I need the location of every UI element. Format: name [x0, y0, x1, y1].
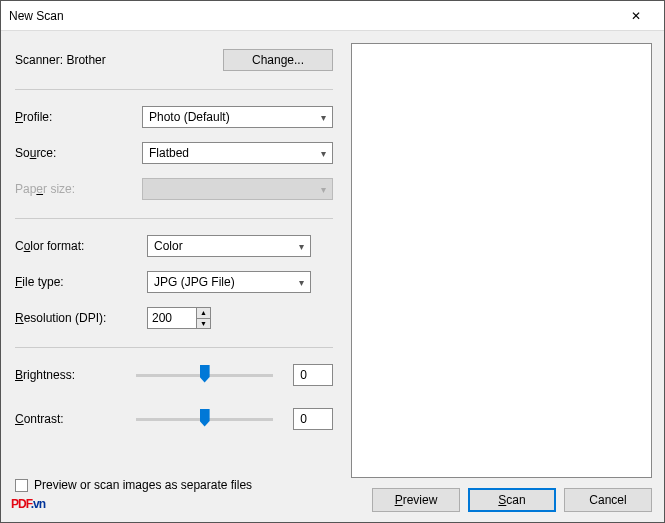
separator	[15, 89, 333, 90]
spinner-up-icon[interactable]: ▲	[197, 308, 210, 319]
contrast-slider[interactable]	[136, 418, 273, 421]
contrast-value[interactable]: 0	[293, 408, 333, 430]
brightness-row: Brightness: 0	[15, 364, 333, 386]
separator	[15, 347, 333, 348]
colorformat-label: Color format:	[15, 239, 147, 253]
scanner-label: Scanner: Brother	[15, 53, 106, 67]
preview-area	[351, 43, 652, 478]
separate-files-label: Preview or scan images as separate files	[34, 478, 252, 492]
preview-button[interactable]: Preview	[372, 488, 460, 512]
footer-buttons: Preview Scan Cancel	[351, 488, 652, 512]
profile-label: Profile:	[15, 110, 142, 124]
slider-thumb-icon[interactable]	[200, 365, 210, 383]
brightness-slider[interactable]	[136, 374, 273, 377]
slider-thumb-icon[interactable]	[200, 409, 210, 427]
profile-row: Profile: Photo (Default)	[15, 106, 333, 128]
window-title: New Scan	[9, 9, 616, 23]
profile-value: Photo (Default)	[149, 110, 230, 124]
spinner-arrows: ▲ ▼	[197, 307, 211, 329]
contrast-row: Contrast: 0	[15, 408, 333, 430]
separate-files-row: Preview or scan images as separate files	[15, 478, 333, 492]
colorformat-value: Color	[154, 239, 183, 253]
preview-panel: Preview Scan Cancel	[345, 31, 664, 522]
profile-dropdown[interactable]: Photo (Default)	[142, 106, 333, 128]
filetype-label: File type:	[15, 275, 147, 289]
resolution-spinner[interactable]: ▲ ▼	[147, 307, 211, 329]
source-dropdown[interactable]: Flatbed	[142, 142, 333, 164]
content-area: Scanner: Brother Change... Profile: Phot…	[1, 31, 664, 522]
source-label: Source:	[15, 146, 142, 160]
source-row: Source: Flatbed	[15, 142, 333, 164]
brightness-label: Brightness:	[15, 368, 136, 382]
contrast-label: Contrast:	[15, 412, 136, 426]
papersize-label: Paper size:	[15, 182, 142, 196]
filetype-dropdown[interactable]: JPG (JPG File)	[147, 271, 311, 293]
papersize-row: Paper size:	[15, 178, 333, 200]
watermark: PDF.vn	[11, 486, 45, 514]
settings-panel: Scanner: Brother Change... Profile: Phot…	[1, 31, 345, 522]
close-button[interactable]: ✕	[616, 2, 656, 30]
change-scanner-button[interactable]: Change...	[223, 49, 333, 71]
cancel-button[interactable]: Cancel	[564, 488, 652, 512]
source-value: Flatbed	[149, 146, 189, 160]
colorformat-row: Color format: Color	[15, 235, 333, 257]
colorformat-dropdown[interactable]: Color	[147, 235, 311, 257]
filetype-row: File type: JPG (JPG File)	[15, 271, 333, 293]
resolution-label: Resolution (DPI):	[15, 311, 147, 325]
watermark-red: PDF	[11, 497, 31, 511]
papersize-dropdown	[142, 178, 333, 200]
close-icon: ✕	[631, 9, 641, 23]
filetype-value: JPG (JPG File)	[154, 275, 235, 289]
scan-button[interactable]: Scan	[468, 488, 556, 512]
titlebar: New Scan ✕	[1, 1, 664, 31]
resolution-row: Resolution (DPI): ▲ ▼	[15, 307, 333, 329]
resolution-input[interactable]	[147, 307, 197, 329]
separator	[15, 218, 333, 219]
spinner-down-icon[interactable]: ▼	[197, 319, 210, 329]
watermark-blue: .vn	[31, 497, 45, 511]
brightness-value[interactable]: 0	[293, 364, 333, 386]
scanner-row: Scanner: Brother Change...	[15, 49, 333, 71]
